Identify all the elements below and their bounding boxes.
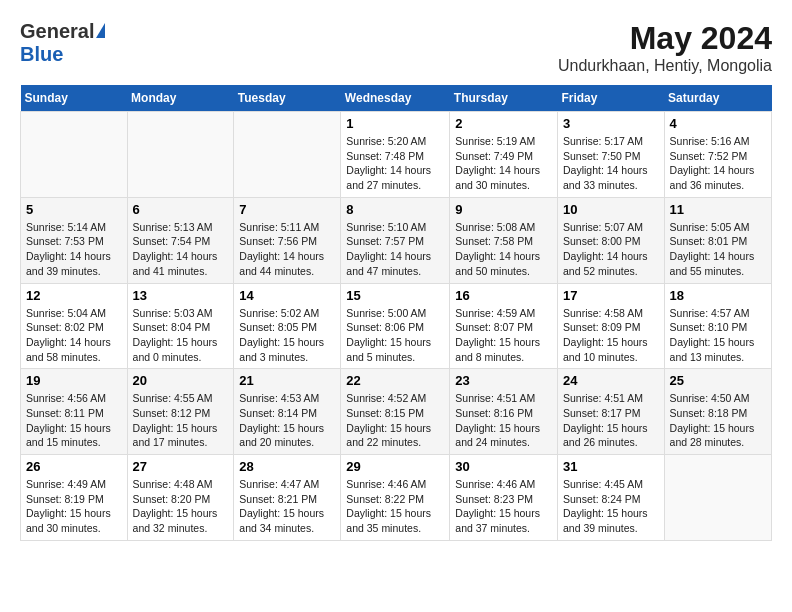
day-info: Sunrise: 5:19 AM Sunset: 7:49 PM Dayligh… (455, 134, 552, 193)
day-number: 6 (133, 202, 229, 217)
day-info: Sunrise: 5:00 AM Sunset: 8:06 PM Dayligh… (346, 306, 444, 365)
calendar-cell: 10Sunrise: 5:07 AM Sunset: 8:00 PM Dayli… (557, 197, 664, 283)
calendar-cell: 3Sunrise: 5:17 AM Sunset: 7:50 PM Daylig… (557, 112, 664, 198)
day-info: Sunrise: 5:04 AM Sunset: 8:02 PM Dayligh… (26, 306, 122, 365)
day-info: Sunrise: 4:58 AM Sunset: 8:09 PM Dayligh… (563, 306, 659, 365)
day-info: Sunrise: 5:14 AM Sunset: 7:53 PM Dayligh… (26, 220, 122, 279)
day-number: 14 (239, 288, 335, 303)
day-info: Sunrise: 4:46 AM Sunset: 8:22 PM Dayligh… (346, 477, 444, 536)
calendar-cell: 27Sunrise: 4:48 AM Sunset: 8:20 PM Dayli… (127, 455, 234, 541)
calendar-cell: 18Sunrise: 4:57 AM Sunset: 8:10 PM Dayli… (664, 283, 771, 369)
calendar-cell: 13Sunrise: 5:03 AM Sunset: 8:04 PM Dayli… (127, 283, 234, 369)
day-info: Sunrise: 5:20 AM Sunset: 7:48 PM Dayligh… (346, 134, 444, 193)
title-section: May 2024 Undurkhaan, Hentiy, Mongolia (558, 20, 772, 75)
day-info: Sunrise: 5:08 AM Sunset: 7:58 PM Dayligh… (455, 220, 552, 279)
day-number: 4 (670, 116, 766, 131)
day-number: 20 (133, 373, 229, 388)
calendar-cell: 25Sunrise: 4:50 AM Sunset: 8:18 PM Dayli… (664, 369, 771, 455)
calendar-week-3: 12Sunrise: 5:04 AM Sunset: 8:02 PM Dayli… (21, 283, 772, 369)
calendar-cell: 5Sunrise: 5:14 AM Sunset: 7:53 PM Daylig… (21, 197, 128, 283)
calendar-cell: 14Sunrise: 5:02 AM Sunset: 8:05 PM Dayli… (234, 283, 341, 369)
day-info: Sunrise: 5:10 AM Sunset: 7:57 PM Dayligh… (346, 220, 444, 279)
calendar-cell: 16Sunrise: 4:59 AM Sunset: 8:07 PM Dayli… (450, 283, 558, 369)
day-number: 21 (239, 373, 335, 388)
calendar-cell: 11Sunrise: 5:05 AM Sunset: 8:01 PM Dayli… (664, 197, 771, 283)
day-info: Sunrise: 4:53 AM Sunset: 8:14 PM Dayligh… (239, 391, 335, 450)
day-number: 19 (26, 373, 122, 388)
day-number: 3 (563, 116, 659, 131)
day-number: 28 (239, 459, 335, 474)
day-info: Sunrise: 5:02 AM Sunset: 8:05 PM Dayligh… (239, 306, 335, 365)
day-info: Sunrise: 4:46 AM Sunset: 8:23 PM Dayligh… (455, 477, 552, 536)
calendar-cell: 12Sunrise: 5:04 AM Sunset: 8:02 PM Dayli… (21, 283, 128, 369)
day-number: 24 (563, 373, 659, 388)
logo: General Blue (20, 20, 105, 66)
logo-blue: Blue (20, 43, 105, 66)
logo-general: General (20, 20, 94, 43)
calendar-cell: 6Sunrise: 5:13 AM Sunset: 7:54 PM Daylig… (127, 197, 234, 283)
calendar-cell: 1Sunrise: 5:20 AM Sunset: 7:48 PM Daylig… (341, 112, 450, 198)
day-number: 5 (26, 202, 122, 217)
calendar-cell: 9Sunrise: 5:08 AM Sunset: 7:58 PM Daylig… (450, 197, 558, 283)
calendar-body: 1Sunrise: 5:20 AM Sunset: 7:48 PM Daylig… (21, 112, 772, 541)
day-number: 11 (670, 202, 766, 217)
day-number: 2 (455, 116, 552, 131)
calendar-cell (21, 112, 128, 198)
day-info: Sunrise: 4:49 AM Sunset: 8:19 PM Dayligh… (26, 477, 122, 536)
calendar-cell: 2Sunrise: 5:19 AM Sunset: 7:49 PM Daylig… (450, 112, 558, 198)
column-header-saturday: Saturday (664, 85, 771, 112)
day-info: Sunrise: 4:51 AM Sunset: 8:16 PM Dayligh… (455, 391, 552, 450)
calendar-cell: 28Sunrise: 4:47 AM Sunset: 8:21 PM Dayli… (234, 455, 341, 541)
day-info: Sunrise: 5:03 AM Sunset: 8:04 PM Dayligh… (133, 306, 229, 365)
day-number: 1 (346, 116, 444, 131)
calendar-cell (127, 112, 234, 198)
calendar-week-4: 19Sunrise: 4:56 AM Sunset: 8:11 PM Dayli… (21, 369, 772, 455)
day-number: 18 (670, 288, 766, 303)
day-number: 31 (563, 459, 659, 474)
day-info: Sunrise: 5:17 AM Sunset: 7:50 PM Dayligh… (563, 134, 659, 193)
day-info: Sunrise: 4:56 AM Sunset: 8:11 PM Dayligh… (26, 391, 122, 450)
calendar-cell: 8Sunrise: 5:10 AM Sunset: 7:57 PM Daylig… (341, 197, 450, 283)
calendar-week-1: 1Sunrise: 5:20 AM Sunset: 7:48 PM Daylig… (21, 112, 772, 198)
column-header-friday: Friday (557, 85, 664, 112)
calendar-cell: 20Sunrise: 4:55 AM Sunset: 8:12 PM Dayli… (127, 369, 234, 455)
calendar-cell: 15Sunrise: 5:00 AM Sunset: 8:06 PM Dayli… (341, 283, 450, 369)
column-header-monday: Monday (127, 85, 234, 112)
calendar-cell: 4Sunrise: 5:16 AM Sunset: 7:52 PM Daylig… (664, 112, 771, 198)
column-header-sunday: Sunday (21, 85, 128, 112)
day-number: 25 (670, 373, 766, 388)
day-info: Sunrise: 5:11 AM Sunset: 7:56 PM Dayligh… (239, 220, 335, 279)
calendar-week-2: 5Sunrise: 5:14 AM Sunset: 7:53 PM Daylig… (21, 197, 772, 283)
day-number: 29 (346, 459, 444, 474)
logo-triangle-icon (96, 23, 105, 38)
calendar-location: Undurkhaan, Hentiy, Mongolia (558, 57, 772, 75)
day-info: Sunrise: 4:48 AM Sunset: 8:20 PM Dayligh… (133, 477, 229, 536)
header-row: SundayMondayTuesdayWednesdayThursdayFrid… (21, 85, 772, 112)
day-info: Sunrise: 4:51 AM Sunset: 8:17 PM Dayligh… (563, 391, 659, 450)
day-number: 10 (563, 202, 659, 217)
day-number: 22 (346, 373, 444, 388)
day-number: 26 (26, 459, 122, 474)
day-number: 23 (455, 373, 552, 388)
calendar-cell: 29Sunrise: 4:46 AM Sunset: 8:22 PM Dayli… (341, 455, 450, 541)
calendar-header: SundayMondayTuesdayWednesdayThursdayFrid… (21, 85, 772, 112)
calendar-cell: 31Sunrise: 4:45 AM Sunset: 8:24 PM Dayli… (557, 455, 664, 541)
day-number: 15 (346, 288, 444, 303)
column-header-tuesday: Tuesday (234, 85, 341, 112)
calendar-table: SundayMondayTuesdayWednesdayThursdayFrid… (20, 85, 772, 541)
day-info: Sunrise: 4:45 AM Sunset: 8:24 PM Dayligh… (563, 477, 659, 536)
day-info: Sunrise: 4:47 AM Sunset: 8:21 PM Dayligh… (239, 477, 335, 536)
day-info: Sunrise: 5:07 AM Sunset: 8:00 PM Dayligh… (563, 220, 659, 279)
day-number: 30 (455, 459, 552, 474)
calendar-cell: 23Sunrise: 4:51 AM Sunset: 8:16 PM Dayli… (450, 369, 558, 455)
calendar-cell: 19Sunrise: 4:56 AM Sunset: 8:11 PM Dayli… (21, 369, 128, 455)
day-number: 9 (455, 202, 552, 217)
day-info: Sunrise: 4:52 AM Sunset: 8:15 PM Dayligh… (346, 391, 444, 450)
day-number: 17 (563, 288, 659, 303)
day-number: 13 (133, 288, 229, 303)
day-number: 16 (455, 288, 552, 303)
day-info: Sunrise: 5:16 AM Sunset: 7:52 PM Dayligh… (670, 134, 766, 193)
calendar-cell: 26Sunrise: 4:49 AM Sunset: 8:19 PM Dayli… (21, 455, 128, 541)
calendar-week-5: 26Sunrise: 4:49 AM Sunset: 8:19 PM Dayli… (21, 455, 772, 541)
column-header-wednesday: Wednesday (341, 85, 450, 112)
